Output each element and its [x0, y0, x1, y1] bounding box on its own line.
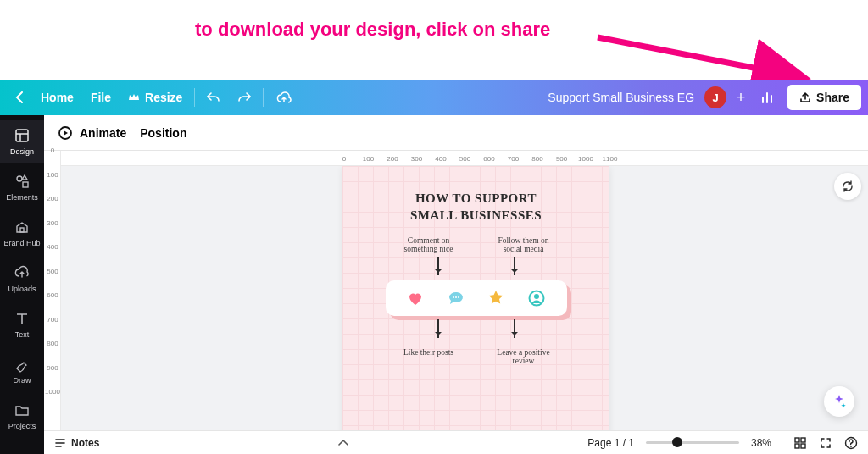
connector-arrow: [514, 257, 515, 275]
svg-rect-2: [16, 130, 28, 141]
redo-button[interactable]: [229, 86, 259, 108]
svg-rect-11: [795, 438, 799, 442]
share-button[interactable]: Share: [787, 85, 861, 110]
ruler-tick: 600: [44, 291, 61, 299]
ruler-tick: 700: [505, 151, 522, 166]
notes-button[interactable]: Notes: [54, 437, 99, 449]
rail-design[interactable]: Design: [0, 120, 44, 163]
horizontal-ruler: 010020030040050060070080090010001100: [61, 151, 868, 166]
chat-icon: [447, 289, 465, 307]
ruler-tick: 500: [44, 268, 61, 275]
app-topbar: Home File Resize Support Small Business …: [0, 80, 868, 115]
vertical-ruler: 01002003004005006007008009001000: [44, 151, 61, 430]
svg-point-16: [850, 446, 852, 447]
tip-comment: Comment on something nice: [399, 236, 459, 253]
zoom-thumb[interactable]: [672, 437, 682, 447]
design-page[interactable]: HOW TO SUPPORT SMALL BUSINESSES Comment …: [342, 166, 609, 430]
ruler-tick: 200: [44, 195, 61, 202]
left-rail: Design Elements Brand Hub Uploads Text D…: [0, 115, 44, 454]
rail-projects[interactable]: Projects: [0, 395, 44, 437]
rail-draw[interactable]: Draw: [0, 349, 44, 391]
svg-rect-13: [795, 444, 799, 448]
canvas[interactable]: HOW TO SUPPORT SMALL BUSINESSES Comment …: [61, 166, 868, 430]
grid-view-button[interactable]: [793, 436, 807, 450]
rail-elements[interactable]: Elements: [0, 166, 44, 208]
rail-brandhub[interactable]: Brand Hub: [0, 212, 44, 254]
cloud-sync-icon[interactable]: [267, 86, 301, 108]
ruler-tick: 100: [44, 171, 61, 179]
ruler-tick: 1100: [602, 151, 619, 166]
ruler-tick: 900: [554, 151, 570, 166]
svg-rect-14: [801, 444, 805, 448]
rail-text[interactable]: Text: [0, 303, 44, 346]
undo-button[interactable]: [198, 86, 229, 108]
ruler-tick: 900: [44, 364, 61, 372]
ruler-tick: 300: [409, 151, 426, 166]
heart-icon: [406, 289, 425, 307]
refresh-icon: [841, 180, 854, 193]
separator: [194, 88, 195, 107]
back-button[interactable]: [7, 86, 32, 108]
avatar[interactable]: J: [704, 86, 726, 108]
magic-button[interactable]: [824, 386, 854, 417]
ruler-tick: 800: [44, 340, 61, 347]
ruler-tick: 100: [360, 151, 377, 166]
animate-button[interactable]: Animate: [58, 125, 126, 141]
ruler-tick: 700: [44, 316, 61, 324]
rail-uploads[interactable]: Uploads: [0, 257, 44, 300]
ruler-tick: 0: [44, 147, 61, 154]
ruler-tick: 300: [44, 219, 61, 227]
tip-review: Leave a positive review: [494, 348, 554, 365]
file-menu[interactable]: File: [82, 86, 120, 109]
notes-icon: [54, 437, 66, 449]
crown-icon: [128, 91, 140, 103]
svg-point-10: [534, 294, 539, 299]
svg-rect-12: [801, 438, 805, 442]
icon-bar: [386, 280, 567, 316]
fullscreen-button[interactable]: [819, 436, 832, 450]
svg-line-0: [598, 37, 805, 78]
bottom-bar: Notes Page 1 / 1 38%: [44, 430, 868, 454]
svg-rect-4: [23, 182, 28, 187]
ruler-tick: 0: [336, 151, 353, 166]
context-toolbar: Animate Position: [44, 115, 868, 151]
ruler-tick: 200: [384, 151, 401, 166]
zoom-value[interactable]: 38%: [751, 437, 782, 449]
annotation-text: to download your design, click on share: [195, 19, 550, 41]
ruler-tick: 400: [432, 151, 449, 166]
sparkle-icon: [831, 393, 848, 410]
ruler-tick: 1000: [44, 388, 61, 396]
connector-arrow: [437, 257, 439, 275]
insights-button[interactable]: [760, 90, 776, 105]
design-title: HOW TO SUPPORT SMALL BUSINESSES: [342, 190, 609, 224]
animate-icon: [58, 125, 73, 141]
home-button[interactable]: Home: [32, 86, 82, 109]
help-button[interactable]: [844, 436, 858, 450]
svg-point-6: [453, 296, 454, 298]
pages-caret[interactable]: [338, 440, 348, 446]
svg-point-7: [455, 296, 457, 298]
separator: [263, 88, 264, 107]
ruler-tick: 800: [529, 151, 546, 166]
svg-rect-5: [20, 228, 24, 232]
svg-point-3: [17, 176, 22, 181]
tip-like: Like their posts: [399, 348, 459, 365]
page-indicator[interactable]: Page 1 / 1: [587, 437, 634, 449]
tip-follow: Follow them on social media: [494, 236, 554, 253]
connector-arrow: [514, 319, 515, 338]
position-button[interactable]: Position: [140, 126, 186, 140]
upload-icon: [799, 91, 811, 103]
star-icon: [487, 289, 505, 307]
ruler-tick: 400: [44, 243, 61, 251]
profile-icon: [527, 289, 546, 307]
connector-arrow: [437, 319, 439, 338]
add-collaborator-button[interactable]: +: [732, 89, 750, 107]
zoom-slider[interactable]: [646, 441, 739, 444]
document-title[interactable]: Support Small Business EG: [548, 91, 694, 104]
ruler-tick: 1000: [577, 151, 594, 166]
resize-button[interactable]: Resize: [120, 86, 191, 109]
ruler-tick: 500: [457, 151, 474, 166]
svg-point-8: [458, 296, 459, 298]
page-refresh-button[interactable]: [834, 173, 861, 200]
ruler-tick: 600: [481, 151, 498, 166]
